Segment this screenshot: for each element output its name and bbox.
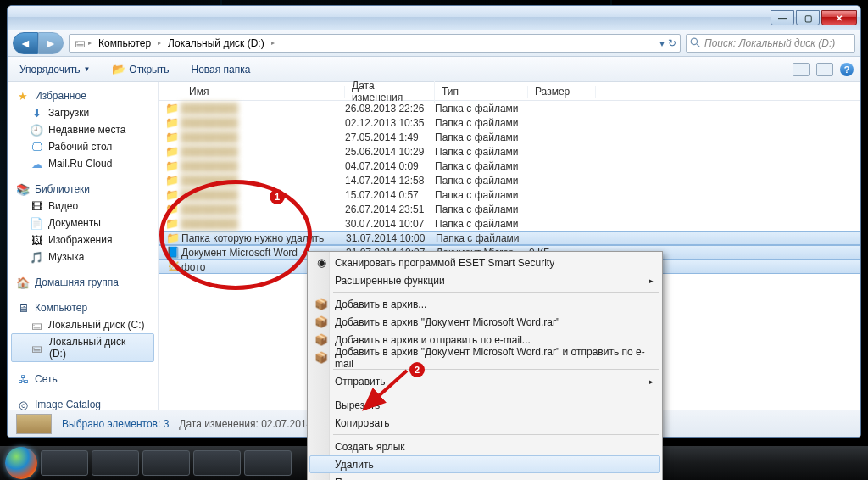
- file-row[interactable]: 📁████████14.07.2014 12:58Папка с файлами: [159, 173, 860, 187]
- file-type-icon: 🖼: [166, 260, 180, 274]
- file-row[interactable]: 📁████████25.06.2014 10:29Папка с файлами: [159, 144, 860, 159]
- libraries-icon: 📚: [16, 182, 30, 196]
- file-type: Папка с файлами: [435, 160, 528, 172]
- file-type-icon: 📘: [166, 246, 180, 260]
- file-name: ████████: [181, 146, 345, 158]
- breadcrumb-computer[interactable]: Компьютер: [93, 36, 156, 51]
- ctx-add-archive[interactable]: 📦Добавить в архив...: [309, 295, 660, 313]
- column-header-size[interactable]: Размер: [528, 86, 596, 98]
- file-row[interactable]: 📁Папка которую нужно удалить31.07.2014 1…: [159, 231, 860, 245]
- breadcrumb[interactable]: 🖴 ▸ Компьютер ▸ Локальный диск (D:) ▸ ▾ …: [69, 34, 681, 53]
- sidebar-homegroup[interactable]: 🏠Домашняя группа: [8, 274, 158, 291]
- file-type-icon: 📁: [165, 131, 179, 144]
- help-button[interactable]: ?: [840, 63, 854, 76]
- view-options-button[interactable]: [793, 63, 810, 76]
- file-date: 02.12.2013 10:35: [345, 117, 435, 129]
- ctx-cut[interactable]: Вырезать: [309, 396, 660, 414]
- file-row[interactable]: 📁████████26.07.2014 23:51Папка с файлами: [159, 202, 860, 216]
- ctx-eset-scan[interactable]: ◉Сканировать программой ESET Smart Secur…: [309, 254, 660, 271]
- organize-button[interactable]: Упорядочить ▼: [14, 61, 95, 78]
- sidebar-computer[interactable]: 🖥Компьютер: [8, 299, 158, 316]
- file-name: ████████: [181, 175, 345, 187]
- sidebar-item-drive-c[interactable]: 🖴Локальный диск (C:): [8, 316, 158, 333]
- sidebar-item-pictures[interactable]: 🖼Изображения: [8, 232, 158, 248]
- nav-back-button[interactable]: ◄: [13, 32, 38, 54]
- sidebar-item-documents[interactable]: 📄Документы: [8, 215, 158, 232]
- new-folder-button[interactable]: Новая папка: [186, 61, 255, 78]
- sidebar-libraries[interactable]: 📚Библиотеки: [8, 181, 158, 198]
- desktop-icon: 🖵: [30, 140, 43, 153]
- refresh-icon[interactable]: ↻: [668, 37, 676, 49]
- ctx-rename[interactable]: Переименовать: [309, 473, 660, 480]
- file-type: Папка с файлами: [435, 175, 528, 187]
- sidebar-item-recent[interactable]: 🕘Недавние места: [8, 121, 158, 138]
- file-type: Папка с файлами: [435, 218, 528, 230]
- breadcrumb-drive[interactable]: Локальный диск (D:): [163, 36, 270, 51]
- taskbar-item[interactable]: [193, 450, 241, 476]
- pictures-icon: 🖼: [30, 233, 43, 247]
- archive-icon: 📦: [314, 333, 328, 347]
- ctx-advanced[interactable]: Расширенные функции▸: [309, 271, 660, 289]
- computer-icon: 🖥: [16, 301, 30, 315]
- file-name: ████████: [181, 218, 345, 230]
- taskbar-item[interactable]: [142, 450, 190, 476]
- open-button[interactable]: 📂Открыть: [107, 60, 174, 79]
- column-header-type[interactable]: Тип: [435, 86, 528, 98]
- file-date: 14.07.2014 12:58: [345, 175, 435, 187]
- file-type: Папка с файлами: [435, 189, 528, 201]
- file-name: ████████: [181, 131, 345, 143]
- file-date: 04.07.2014 0:09: [345, 160, 435, 172]
- taskbar-item[interactable]: [41, 450, 88, 476]
- ctx-add-archive-named-email[interactable]: 📦Добавить в архив "Документ Microsoft Wo…: [309, 349, 660, 366]
- taskbar-item[interactable]: [244, 450, 292, 476]
- file-row[interactable]: 📁████████30.07.2014 10:07Папка с файлами: [159, 216, 860, 231]
- file-type-icon: 📁: [165, 188, 179, 202]
- preview-pane-button[interactable]: [816, 63, 833, 76]
- ctx-add-archive-named[interactable]: 📦Добавить в архив "Документ Microsoft Wo…: [309, 313, 660, 331]
- video-icon: 🎞: [30, 199, 43, 213]
- ctx-copy[interactable]: Копировать: [309, 414, 660, 432]
- network-icon: 🖧: [16, 372, 30, 386]
- sidebar-item-downloads[interactable]: ⬇Загрузки: [8, 104, 158, 121]
- command-toolbar: Упорядочить ▼ 📂Открыть Новая папка ?: [8, 57, 860, 82]
- close-button[interactable]: ✕: [821, 10, 857, 25]
- search-input[interactable]: Поиск: Локальный диск (D:): [686, 34, 855, 53]
- column-header-name[interactable]: Имя: [182, 86, 345, 98]
- file-date: 31.07.2014 10:00: [346, 232, 436, 244]
- file-date: 25.06.2014 10:29: [345, 146, 435, 158]
- file-type-icon: 📁: [166, 232, 180, 245]
- sidebar-network[interactable]: 🖧Сеть: [8, 371, 158, 388]
- column-header-row: Имя Дата изменения Тип Размер: [159, 82, 860, 101]
- search-placeholder: Поиск: Локальный диск (D:): [704, 37, 835, 49]
- file-row[interactable]: 📁████████15.07.2014 0:57Папка с файлами: [159, 187, 860, 202]
- column-header-date[interactable]: Дата изменения: [345, 80, 435, 103]
- sidebar-item-desktop[interactable]: 🖵Рабочий стол: [8, 138, 158, 155]
- sidebar-item-drive-d[interactable]: 🖴Локальный диск (D:): [11, 333, 154, 362]
- ctx-send-to[interactable]: Отправить▸: [309, 372, 660, 390]
- file-type: Папка с файлами: [435, 103, 528, 114]
- file-type: Папка с файлами: [435, 117, 528, 129]
- sidebar-favorites[interactable]: ★Избранное: [8, 87, 158, 104]
- sidebar-item-video[interactable]: 🎞Видео: [8, 198, 158, 215]
- file-row[interactable]: 📁████████27.05.2014 1:49Папка с файлами: [159, 130, 860, 144]
- file-row[interactable]: 📁████████02.12.2013 10:35Папка с файлами: [159, 115, 860, 130]
- file-row[interactable]: 📁████████26.08.2013 22:26Папка с файлами: [159, 101, 860, 115]
- nav-forward-button[interactable]: ►: [38, 32, 64, 54]
- taskbar-item[interactable]: [92, 450, 139, 476]
- ctx-delete[interactable]: Удалить: [309, 455, 660, 473]
- minimize-button[interactable]: —: [771, 10, 794, 25]
- window-titlebar[interactable]: — ▢ ✕: [8, 6, 860, 30]
- navigation-sidebar: ★Избранное ⬇Загрузки 🕘Недавние места 🖵Ра…: [8, 82, 159, 411]
- start-button[interactable]: [5, 447, 37, 479]
- sidebar-item-mailru[interactable]: ☁Mail.Ru Cloud: [8, 155, 158, 172]
- breadcrumb-dropdown-icon[interactable]: ▾: [659, 37, 665, 49]
- maximize-button[interactable]: ▢: [796, 10, 820, 25]
- drive-icon: 🖴: [31, 341, 44, 354]
- sidebar-item-music[interactable]: 🎵Музыка: [8, 248, 158, 265]
- address-bar-row: ◄ ► 🖴 ▸ Компьютер ▸ Локальный диск (D:) …: [8, 30, 860, 57]
- file-name: ████████: [181, 160, 345, 172]
- file-type-icon: 📁: [165, 159, 179, 173]
- file-type: Папка с файлами: [435, 146, 528, 158]
- ctx-create-shortcut[interactable]: Создать ярлык: [309, 438, 660, 455]
- file-row[interactable]: 📁████████04.07.2014 0:09Папка с файлами: [159, 159, 860, 173]
